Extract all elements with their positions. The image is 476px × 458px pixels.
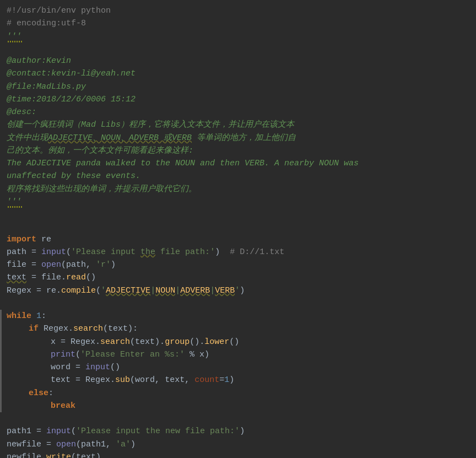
file-tag: @file:MadLibs.py (7, 80, 86, 93)
func-open-2: open (56, 438, 76, 451)
op-eq3: = (26, 271, 41, 284)
arg-path1: path1 (81, 438, 106, 451)
paren-4: ) (111, 258, 116, 271)
str-mode-r: 'r' (96, 258, 111, 271)
op-eq6: = (75, 361, 85, 374)
comma-2: , (155, 374, 165, 386)
paren-23: ( (71, 451, 76, 458)
line-while: while 1 : (0, 310, 476, 322)
method-group: group (165, 336, 190, 348)
colon-2: : (48, 387, 53, 400)
method-search-2: search (100, 336, 130, 348)
str-regex-open: ' (101, 284, 106, 297)
paren-7: ) (240, 284, 245, 297)
keyword-break: break (51, 400, 75, 412)
func-compile: compile (61, 284, 96, 297)
line-if: if Regex . search ( text ): (0, 322, 476, 335)
method-sub: sub (115, 374, 130, 386)
squiggly-2 (0, 206, 476, 219)
arg-path-1: path (66, 258, 86, 271)
line-else: else : (0, 387, 476, 400)
dot-5: . (110, 374, 115, 386)
line-newfile-write: newfile . write ( text ) (0, 451, 476, 458)
var-x: x (51, 336, 61, 348)
arg-text-3: text (165, 374, 185, 386)
desc-keywords: ADJECTIVE、NOUN、ADVERB 或VERB (48, 132, 192, 144)
obj-newfile-1: newfile (7, 451, 41, 458)
str-new-path: 'Please input the new file path:' (76, 425, 240, 438)
line-1: #!/usr/bin/env python (0, 4, 476, 17)
var-text-1: text (7, 271, 26, 284)
line-7: @time:2018/12/6/0006 15:12 (0, 93, 476, 106)
paren-24: ) (96, 451, 101, 458)
desc-chinese-4: 程序将找到这些出现的单词，并提示用户取代它们。 (7, 183, 197, 196)
paren-9: ): (128, 322, 138, 335)
paren-3: ( (61, 258, 66, 271)
str-path-prompt: 'Please input (71, 246, 140, 258)
var-x-2: x (199, 348, 204, 361)
colon-1: : (41, 310, 46, 322)
line-13: unaffected by these events. (0, 170, 476, 182)
paren-19: ( (71, 425, 76, 438)
module-re-2: re (46, 284, 56, 297)
arg-text-2: text (135, 336, 155, 348)
var-text-2: text (51, 374, 75, 386)
line-newfile-open: newfile = open ( path1 , 'a' ) (0, 438, 476, 451)
shebang: #!/usr/bin/env python (7, 4, 111, 17)
desc-unaffected: unaffected by these events. (7, 170, 140, 182)
contact-tag: @contact:kevin-li@yeah.net (7, 67, 136, 80)
line-14: 程序将找到这些出现的单词，并提示用户取代它们。 (0, 183, 476, 196)
func-open-1: open (41, 258, 61, 271)
obj-file-1: file (41, 271, 61, 284)
module-re: re (36, 233, 51, 246)
str-path-prompt2: file path:' (155, 246, 215, 258)
keyword-import: import (7, 233, 36, 246)
method-lower: lower (204, 336, 229, 348)
line-6: @file:MadLibs.py (0, 80, 476, 93)
arg-text-1: text (108, 322, 128, 335)
paren-5: () (86, 271, 96, 284)
paren-20: ) (240, 425, 245, 438)
op-eq: = (31, 246, 41, 258)
line-file-open: file = open ( path , 'r' ) (0, 258, 476, 271)
line-blank-3 (0, 412, 476, 425)
line-12: The ADJECTIVE panda walked to the NOUN a… (0, 157, 476, 170)
str-please-enter: 'Please Enter an %s:' (80, 348, 185, 361)
op-eq8: = (219, 374, 224, 386)
str-regex-close: ' (235, 284, 240, 297)
var-file: file (7, 258, 31, 271)
line-word-assign: word = input () (0, 361, 476, 374)
dot-6: . (41, 451, 46, 458)
keyword-if: if (29, 322, 44, 335)
line-text-sub: text = Regex . sub ( word , text , count… (0, 374, 476, 386)
regex-adverb: ADVERB (180, 284, 210, 297)
op-eq10: = (46, 438, 56, 451)
func-print: print (51, 348, 75, 361)
dot-3: . (68, 322, 73, 335)
paren-15: ) (204, 348, 209, 361)
paren-18: ) (229, 374, 234, 386)
keyword-else: else (29, 387, 48, 400)
code-editor: #!/usr/bin/env python # encoding:utf-8 '… (0, 0, 476, 458)
paren-1: ( (66, 246, 71, 258)
line-4: @author:Kevin (0, 55, 476, 67)
op-eq9: = (36, 425, 46, 438)
var-newfile: newfile (7, 438, 46, 451)
line-print: print ( 'Please Enter an %s:' % x ) (0, 348, 476, 361)
line-blank-1 (0, 220, 476, 233)
regex-verb: VERB (215, 284, 235, 297)
encoding-comment: # encoding:utf-8 (7, 17, 86, 30)
line-break: break (0, 400, 476, 412)
line-blank-2 (0, 297, 476, 310)
regex-pipe-3: | (210, 284, 215, 297)
dot-4: . (95, 336, 100, 348)
num-count-1: 1 (224, 374, 229, 386)
line-import: import re (0, 233, 476, 246)
paren-12: (). (190, 336, 204, 348)
func-input-1: input (41, 246, 66, 258)
desc-chinese-2: 文件中出现 (7, 132, 48, 144)
op-eq5: = (61, 336, 71, 348)
mod-op: % (185, 348, 199, 361)
paren-10: ( (130, 336, 135, 348)
paren-6: ( (96, 284, 101, 297)
